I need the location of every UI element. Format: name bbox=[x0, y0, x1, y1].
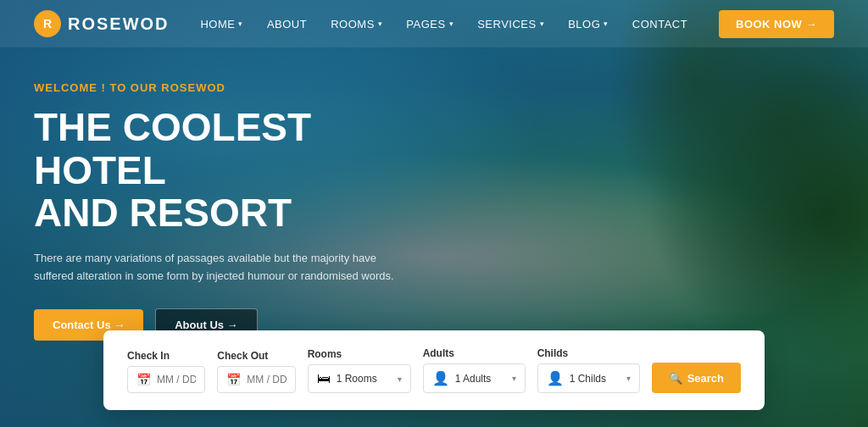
chevron-down-icon: ▾ bbox=[378, 19, 383, 28]
calendar-icon: 📅 bbox=[226, 373, 241, 386]
nav-item-contact[interactable]: CONTACT bbox=[632, 18, 687, 30]
child-icon: 👤 bbox=[547, 370, 564, 386]
checkin-field: Check In 📅 bbox=[127, 350, 205, 393]
rooms-field: Rooms 🛏 1 Rooms 2 Rooms 3 Rooms 4 Rooms … bbox=[308, 348, 411, 393]
nav-item-blog[interactable]: BLOG ▾ bbox=[568, 18, 609, 30]
chevron-down-icon: ▾ bbox=[449, 19, 454, 28]
book-now-button[interactable]: BOOK NOW → bbox=[719, 10, 834, 38]
search-button[interactable]: 🔍 Search bbox=[652, 363, 741, 393]
booking-fields: Check In 📅 Check Out 📅 Rooms 🛏 1 Rooms 2… bbox=[127, 347, 741, 393]
brand-name: ROSEWOD bbox=[68, 14, 170, 34]
chevron-down-icon: ▾ bbox=[398, 374, 402, 384]
childs-field: Childs 👤 1 Childs 2 Childs 3 Childs 4 Ch… bbox=[537, 347, 640, 393]
calendar-icon: 📅 bbox=[136, 373, 151, 386]
hero-subtitle: WELCOME ! TO OUR ROSEWOD bbox=[34, 81, 441, 94]
chevron-down-icon: ▾ bbox=[604, 19, 609, 28]
nav-item-home[interactable]: HOME ▾ bbox=[200, 18, 243, 30]
rooms-label: Rooms bbox=[308, 348, 411, 360]
nav-menu: HOME ▾ ABOUT ROOMS ▾ PAGES ▾ SERVICES ▾ bbox=[200, 18, 687, 30]
checkin-input-wrap: 📅 bbox=[127, 366, 205, 393]
hero-title: THE COOLEST HOTEL AND RESORT bbox=[34, 106, 441, 235]
chevron-down-icon: ▾ bbox=[512, 374, 516, 383]
chevron-down-icon: ▾ bbox=[626, 374, 631, 383]
checkout-input-wrap: 📅 bbox=[217, 366, 295, 393]
brand-logo-icon: R bbox=[34, 10, 61, 37]
bed-icon: 🛏 bbox=[317, 371, 331, 386]
childs-select[interactable]: 1 Childs 2 Childs 3 Childs 4 Childs bbox=[570, 373, 620, 385]
checkout-field: Check Out 📅 bbox=[217, 350, 295, 393]
checkout-input[interactable] bbox=[247, 374, 286, 385]
adults-select[interactable]: 1 Adults 2 Adults 3 Adults 4 Adults bbox=[455, 373, 506, 385]
rooms-select[interactable]: 1 Rooms 2 Rooms 3 Rooms 4 Rooms bbox=[337, 373, 392, 385]
chevron-down-icon: ▾ bbox=[238, 19, 243, 28]
nav-item-pages[interactable]: PAGES ▾ bbox=[406, 18, 453, 30]
chevron-down-icon: ▾ bbox=[540, 19, 545, 28]
checkout-label: Check Out bbox=[217, 350, 295, 362]
hero-content: WELCOME ! TO OUR ROSEWOD THE COOLEST HOT… bbox=[0, 47, 475, 341]
booking-panel: Check In 📅 Check Out 📅 Rooms 🛏 1 Rooms 2… bbox=[103, 330, 765, 410]
adults-select-wrap: 👤 1 Adults 2 Adults 3 Adults 4 Adults ▾ bbox=[423, 363, 526, 393]
adults-label: Adults bbox=[423, 347, 526, 359]
nav-item-services[interactable]: SERVICES ▾ bbox=[477, 18, 544, 30]
childs-select-wrap: 👤 1 Childs 2 Childs 3 Childs 4 Childs ▾ bbox=[537, 363, 640, 393]
hero-description: There are many variations of passages av… bbox=[34, 250, 398, 286]
nav-item-rooms[interactable]: ROOMS ▾ bbox=[331, 18, 382, 30]
navbar: R ROSEWOD HOME ▾ ABOUT ROOMS ▾ PAGES ▾ bbox=[0, 0, 868, 47]
brand[interactable]: R ROSEWOD bbox=[34, 10, 170, 37]
nav-item-about[interactable]: ABOUT bbox=[267, 18, 307, 30]
checkin-input[interactable] bbox=[157, 374, 196, 385]
checkin-label: Check In bbox=[127, 350, 205, 362]
adults-field: Adults 👤 1 Adults 2 Adults 3 Adults 4 Ad… bbox=[423, 347, 526, 393]
person-icon: 👤 bbox=[432, 370, 449, 386]
childs-label: Childs bbox=[537, 347, 640, 359]
rooms-select-wrap: 🛏 1 Rooms 2 Rooms 3 Rooms 4 Rooms ▾ bbox=[308, 364, 411, 393]
search-icon: 🔍 bbox=[669, 372, 682, 385]
